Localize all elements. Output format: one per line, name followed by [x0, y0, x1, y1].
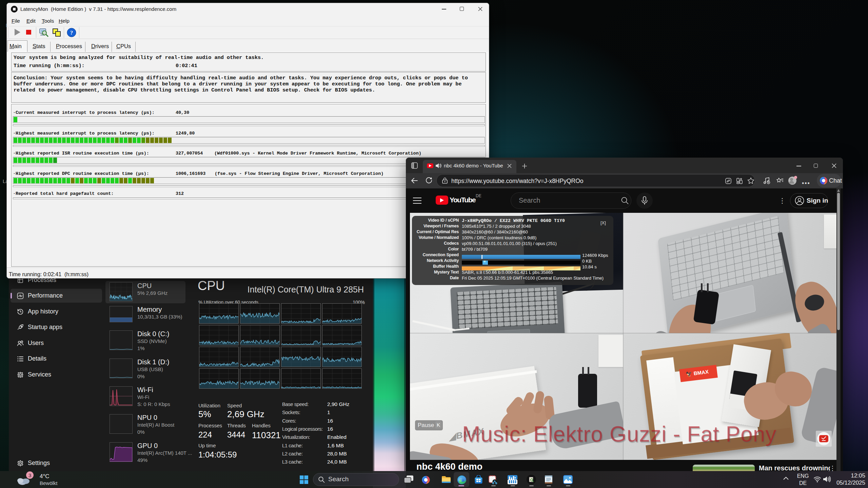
svg-text:?: ? — [70, 29, 73, 36]
